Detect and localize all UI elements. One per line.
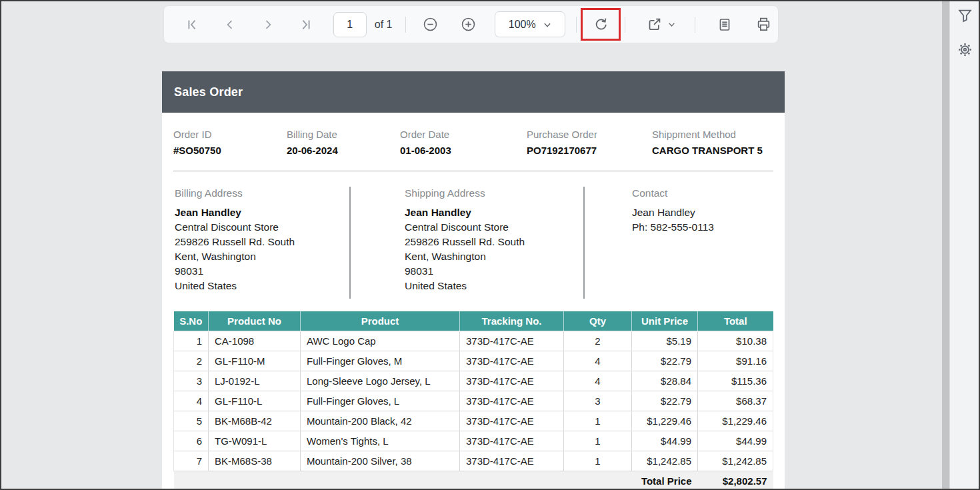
field-label: Shippment Method xyxy=(652,129,763,140)
vertical-scrollbar[interactable] xyxy=(942,0,949,490)
table-cell: Mountain-200 Black, 42 xyxy=(301,411,460,431)
shipment-method-field: Shippment Method CARGO TRANSPORT 5 xyxy=(652,129,763,156)
vertical-divider xyxy=(349,187,351,299)
table-cell: 373D-417C-AE xyxy=(460,431,564,451)
contact-line: Jean Handley xyxy=(632,205,714,220)
print-icon xyxy=(755,16,772,33)
table-cell: GL-F110-L xyxy=(209,391,301,411)
table-cell: $28.84 xyxy=(632,371,698,391)
table-cell: BK-M68S-38 xyxy=(209,451,301,471)
table-row: 7BK-M68S-38Mountain-200 Silver, 38373D-4… xyxy=(174,451,773,471)
table-cell: BK-M68B-42 xyxy=(209,411,301,431)
table-cell: LJ-0192-L xyxy=(209,371,301,391)
contact-line: Ph: 582-555-0113 xyxy=(632,220,714,235)
total-price-label: Total Price xyxy=(632,471,698,490)
field-value: #SO50750 xyxy=(173,145,221,156)
addresses-section: Billing Address Jean Handley Central Dis… xyxy=(162,186,785,303)
table-cell: $10.38 xyxy=(698,331,773,351)
column-header: Qty xyxy=(564,311,632,331)
filter-button[interactable] xyxy=(950,7,980,24)
table-cell: CA-1098 xyxy=(209,331,301,351)
page-number-input[interactable] xyxy=(333,12,367,37)
next-page-button[interactable] xyxy=(253,10,283,39)
settings-button[interactable] xyxy=(950,41,980,58)
table-header-row: S.No Product No Product Tracking No. Qty… xyxy=(174,311,773,331)
field-label: Order ID xyxy=(173,129,221,140)
table-row: 2GL-F110-MFull-Finger Gloves, M373D-417C… xyxy=(174,351,773,371)
table-cell: 373D-417C-AE xyxy=(460,331,564,351)
zoom-level-select[interactable]: 100% xyxy=(495,11,565,37)
table-cell: TG-W091-L xyxy=(209,431,301,451)
table-cell: Full-Finger Gloves, L xyxy=(301,391,460,411)
table-cell: $5.19 xyxy=(632,331,698,351)
table-cell: $91.16 xyxy=(698,351,773,371)
table-row: 3LJ-0192-LLong-Sleeve Logo Jersey, L373D… xyxy=(174,371,773,391)
address-line: Kent, Washington xyxy=(405,249,525,264)
footer-spacer xyxy=(174,471,632,490)
table-cell: 373D-417C-AE xyxy=(460,351,564,371)
refresh-icon xyxy=(593,16,609,33)
table-cell: Mountain-200 Silver, 38 xyxy=(301,451,460,471)
column-header: Product No xyxy=(209,311,301,331)
refresh-button[interactable] xyxy=(583,10,619,39)
table-cell: Long-Sleeve Logo Jersey, L xyxy=(301,371,460,391)
column-header: Tracking No. xyxy=(460,311,564,331)
export-button[interactable] xyxy=(639,10,683,39)
first-page-button[interactable] xyxy=(177,10,207,39)
vertical-divider xyxy=(583,187,585,299)
toolbar-divider xyxy=(576,17,577,33)
address-line: Central Discount Store xyxy=(175,220,295,235)
table-cell: 4 xyxy=(174,391,209,411)
report-title-bar: Sales Order xyxy=(162,71,785,113)
table-cell: $1,229.46 xyxy=(632,411,698,431)
address-line: 259826 Russell Rd. South xyxy=(405,235,525,249)
table-body: 1CA-1098AWC Logo Cap373D-417C-AE2$5.19$1… xyxy=(174,331,773,471)
field-value: 01-06-2003 xyxy=(400,145,451,156)
table-cell: $22.79 xyxy=(632,351,698,371)
zoom-in-button[interactable] xyxy=(453,10,483,39)
address-line: 259826 Russell Rd. South xyxy=(175,235,295,249)
print-button[interactable] xyxy=(749,10,778,39)
last-page-button[interactable] xyxy=(291,10,321,39)
table-cell: 4 xyxy=(564,351,632,371)
table-cell: 1 xyxy=(564,451,632,471)
billing-address-block: Billing Address Jean Handley Central Dis… xyxy=(175,187,295,293)
export-icon xyxy=(646,16,663,33)
table-cell: 7 xyxy=(174,451,209,471)
table-cell: 3 xyxy=(174,371,209,391)
column-header: Unit Price xyxy=(632,311,698,331)
table-cell: 373D-417C-AE xyxy=(460,411,564,431)
address-line: United States xyxy=(175,279,295,293)
first-page-icon xyxy=(185,17,199,32)
contact-name: Jean Handley xyxy=(405,205,525,220)
order-items-table: S.No Product No Product Tracking No. Qty… xyxy=(173,311,773,490)
zoom-out-button[interactable] xyxy=(415,10,445,39)
address-line: Kent, Washington xyxy=(175,249,295,264)
table-row: 1CA-1098AWC Logo Cap373D-417C-AE2$5.19$1… xyxy=(174,331,773,351)
shipping-address-block: Shipping Address Jean Handley Central Di… xyxy=(405,187,525,293)
page-total-label: of 1 xyxy=(375,19,393,31)
table-row: 5BK-M68B-42Mountain-200 Black, 42373D-41… xyxy=(174,411,773,431)
column-header: Total xyxy=(698,311,773,331)
table-cell: $22.79 xyxy=(632,391,698,411)
field-label: Order Date xyxy=(400,129,451,140)
report-title: Sales Order xyxy=(174,85,243,99)
toolbar-divider xyxy=(695,17,695,33)
table-cell: 1 xyxy=(564,431,632,451)
table-cell: 4 xyxy=(564,371,632,391)
toolbar-divider xyxy=(625,17,625,33)
contact-block: Contact Jean Handley Ph: 582-555-0113 xyxy=(632,187,714,235)
table-cell: 5 xyxy=(174,411,209,431)
table-cell: 373D-417C-AE xyxy=(460,391,564,411)
document-lines-icon xyxy=(717,17,733,33)
table-cell: 1 xyxy=(174,331,209,351)
right-side-rail xyxy=(949,0,980,490)
table-cell: 373D-417C-AE xyxy=(460,451,564,471)
table-cell: $1,229.46 xyxy=(698,411,773,431)
text-view-button[interactable] xyxy=(710,10,739,39)
zoom-level-value: 100% xyxy=(509,19,536,31)
previous-page-button[interactable] xyxy=(215,10,245,39)
table-cell: GL-F110-M xyxy=(209,351,301,371)
order-date-field: Order Date 01-06-2003 xyxy=(400,129,451,156)
viewer-toolbar: of 1 100% xyxy=(163,5,779,43)
